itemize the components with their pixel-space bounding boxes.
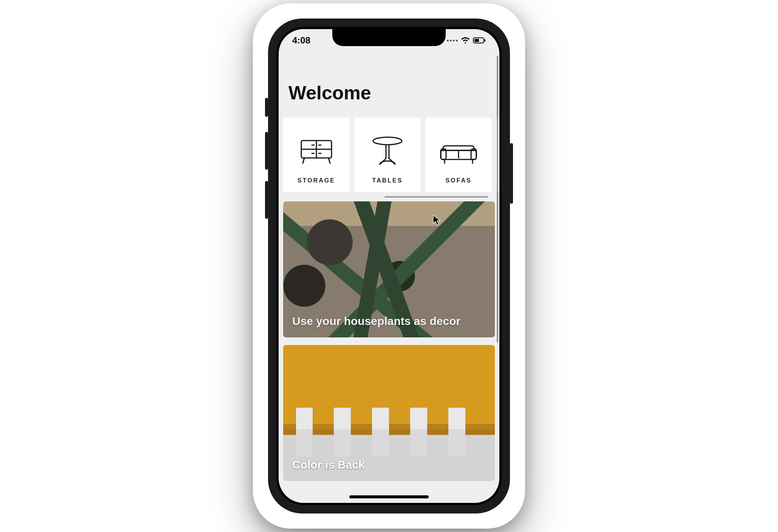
article-list[interactable]: Use your houseplants as decor Color is B…: [279, 198, 499, 481]
category-scroller[interactable]: STORAGE: [279, 118, 499, 196]
device-bezel: 4:08: [276, 27, 502, 505]
status-time: 4:08: [292, 35, 310, 46]
vertical-scrollbar[interactable]: [497, 56, 498, 343]
status-right: [447, 37, 486, 44]
svg-rect-1: [484, 39, 485, 42]
category-card-tables[interactable]: TABLES: [354, 118, 421, 192]
page-title: Welcome: [279, 67, 499, 118]
mute-switch[interactable]: [265, 98, 268, 117]
article-card-color-is-back[interactable]: Color is Back: [283, 345, 495, 481]
screen[interactable]: 4:08: [279, 29, 499, 503]
svg-line-11: [329, 158, 330, 163]
device-frame-shadow: 4:08: [253, 3, 525, 529]
home-indicator[interactable]: [349, 495, 429, 498]
storage-icon: [298, 125, 335, 177]
category-label: TABLES: [372, 177, 403, 184]
power-button[interactable]: [510, 143, 513, 204]
category-card-storage[interactable]: STORAGE: [283, 118, 350, 192]
svg-rect-2: [474, 39, 479, 42]
wifi-icon: [461, 37, 470, 44]
sofa-icon: [438, 125, 479, 177]
device-frame: 4:08: [268, 19, 510, 513]
screen-content[interactable]: Welcome: [279, 29, 499, 503]
battery-icon: [473, 37, 486, 44]
volume-up-button[interactable]: [265, 132, 268, 170]
table-icon: [369, 125, 406, 177]
article-title: Use your houseplants as decor: [292, 315, 460, 328]
notch: [332, 29, 446, 46]
svg-point-12: [373, 137, 402, 145]
svg-line-10: [303, 158, 304, 163]
article-title: Color is Back: [292, 458, 365, 471]
cellular-icon: [447, 40, 458, 42]
category-card-sofas[interactable]: SOFAS: [425, 118, 492, 192]
article-card-houseplants[interactable]: Use your houseplants as decor: [283, 201, 495, 337]
category-label: SOFAS: [445, 177, 471, 184]
volume-down-button[interactable]: [265, 181, 268, 219]
category-label: STORAGE: [298, 177, 335, 184]
